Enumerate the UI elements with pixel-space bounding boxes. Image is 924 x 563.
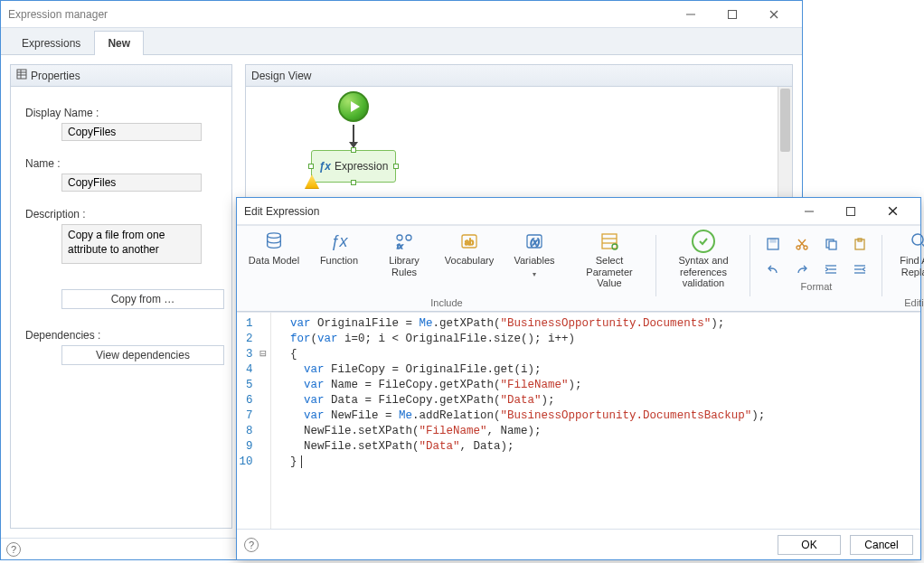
- tab-expressions[interactable]: Expressions: [8, 31, 94, 55]
- indent-left-icon[interactable]: [850, 260, 870, 278]
- library-icon: fx: [391, 231, 417, 251]
- svg-text:(x): (x): [531, 238, 541, 247]
- expression-node[interactable]: ƒx Expression: [311, 150, 396, 183]
- editor-gutter: 1 2 3 ⊟4 5 6 7 8 9 10: [237, 313, 271, 529]
- vocabulary-icon: ab: [457, 231, 482, 251]
- svg-point-14: [406, 235, 411, 240]
- check-circle-icon: [691, 231, 716, 251]
- cut-icon[interactable]: [792, 235, 812, 253]
- node-handle-n[interactable]: [351, 147, 356, 153]
- name-input[interactable]: CopyFiles: [61, 174, 202, 192]
- display-name-input[interactable]: CopyFiles: [61, 123, 202, 141]
- ribbon-group-include: Data Model ƒx Function fx Library Rules: [237, 226, 656, 311]
- svg-rect-25: [770, 239, 776, 242]
- svg-point-13: [397, 235, 402, 240]
- undo-icon[interactable]: [763, 260, 783, 278]
- ok-button[interactable]: OK: [778, 535, 841, 555]
- display-name-label: Display Name :: [25, 107, 217, 119]
- variables-icon: (x): [522, 231, 547, 251]
- vocabulary-button[interactable]: ab Vocabulary: [443, 231, 495, 267]
- function-button[interactable]: ƒx Function: [313, 231, 365, 267]
- help-icon[interactable]: ?: [6, 542, 21, 557]
- svg-point-40: [912, 234, 923, 245]
- design-view-header: Design View: [246, 65, 792, 87]
- edit-maximize-button[interactable]: [830, 198, 872, 225]
- svg-rect-31: [829, 241, 836, 249]
- minimize-button[interactable]: [670, 1, 712, 28]
- copy-icon[interactable]: [821, 235, 841, 253]
- properties-header: Properties: [11, 65, 231, 87]
- redo-icon[interactable]: [792, 260, 812, 278]
- properties-panel: Properties Display Name : CopyFiles Name…: [10, 64, 232, 529]
- edit-expression-window: Edit Expression Data Model ƒx: [236, 197, 921, 560]
- node-handle-w[interactable]: [308, 164, 314, 169]
- chevron-down-icon: ▾: [533, 270, 536, 278]
- warning-icon: [305, 174, 319, 189]
- find-replace-button[interactable]: Find And Replace: [893, 231, 924, 277]
- database-icon: [261, 231, 287, 251]
- properties-title: Properties: [31, 70, 80, 82]
- outer-tabbar: Expressions New: [1, 28, 802, 55]
- edit-close-button[interactable]: [872, 198, 913, 225]
- ribbon-group-editing: Find And Replace Editing: [882, 226, 924, 311]
- fx-icon: ƒx: [319, 160, 331, 173]
- syntax-validation-button[interactable]: Syntax and references validation: [667, 231, 740, 289]
- tab-new[interactable]: New: [94, 31, 144, 55]
- maximize-button[interactable]: [712, 1, 753, 28]
- scrollbar-thumb[interactable]: [780, 89, 790, 152]
- fx-icon: ƒx: [326, 231, 352, 251]
- flow-arrow: [353, 125, 354, 146]
- design-view-title: Design View: [251, 70, 311, 82]
- description-input[interactable]: Copy a file from one attribute to anothe…: [61, 224, 202, 264]
- outer-window-title: Expression manager: [8, 8, 670, 21]
- node-handle-s[interactable]: [351, 180, 356, 185]
- copy-from-button[interactable]: Copy from …: [61, 289, 224, 309]
- node-handle-e[interactable]: [393, 164, 399, 169]
- close-button[interactable]: [753, 1, 795, 28]
- play-icon: [351, 101, 360, 112]
- svg-rect-9: [847, 207, 855, 215]
- svg-rect-1: [729, 10, 737, 18]
- editor-code[interactable]: var OriginalFile = Me.getXPath("Business…: [271, 313, 920, 529]
- edit-window-title: Edit Expression: [244, 205, 788, 218]
- name-label: Name :: [25, 157, 217, 170]
- variables-button[interactable]: (x) Variables ▾: [508, 231, 561, 278]
- ribbon-group-format: Format: [750, 226, 882, 311]
- code-editor[interactable]: 1 2 3 ⊟4 5 6 7 8 9 10 var OriginalFile =…: [237, 312, 920, 529]
- svg-point-12: [268, 233, 281, 239]
- svg-text:ab: ab: [465, 238, 474, 247]
- svg-rect-4: [17, 70, 26, 79]
- select-parameter-value-button[interactable]: Select Parameter Value: [573, 231, 646, 289]
- cancel-button[interactable]: Cancel: [850, 535, 913, 555]
- include-caption: Include: [430, 296, 462, 309]
- description-label: Description :: [25, 208, 217, 221]
- paste-icon[interactable]: [850, 235, 870, 253]
- start-node[interactable]: [338, 91, 369, 122]
- edit-minimize-button[interactable]: [788, 198, 830, 225]
- search-icon: [907, 231, 924, 251]
- library-rules-button[interactable]: fx Library Rules: [378, 231, 430, 277]
- editing-caption: Editing: [904, 296, 924, 309]
- ribbon-group-validation: Syntax and references validation: [656, 226, 750, 311]
- indent-right-icon[interactable]: [821, 260, 841, 278]
- save-icon[interactable]: [763, 235, 783, 253]
- edit-footer: ? OK Cancel: [237, 529, 920, 559]
- edit-help-icon[interactable]: ?: [244, 538, 259, 552]
- ribbon: Data Model ƒx Function fx Library Rules: [237, 225, 920, 312]
- expression-node-label: Expression: [335, 160, 388, 173]
- view-dependencies-button[interactable]: View dependencies: [61, 345, 224, 365]
- outer-titlebar: Expression manager: [1, 1, 802, 28]
- svg-rect-20: [602, 234, 617, 249]
- edit-titlebar: Edit Expression: [237, 198, 920, 225]
- parameter-icon: [597, 231, 622, 251]
- grid-icon: [16, 69, 27, 82]
- data-model-button[interactable]: Data Model: [248, 231, 300, 267]
- dependencies-label: Dependencies :: [25, 329, 217, 342]
- svg-text:fx: fx: [397, 242, 403, 250]
- format-caption: Format: [801, 280, 833, 293]
